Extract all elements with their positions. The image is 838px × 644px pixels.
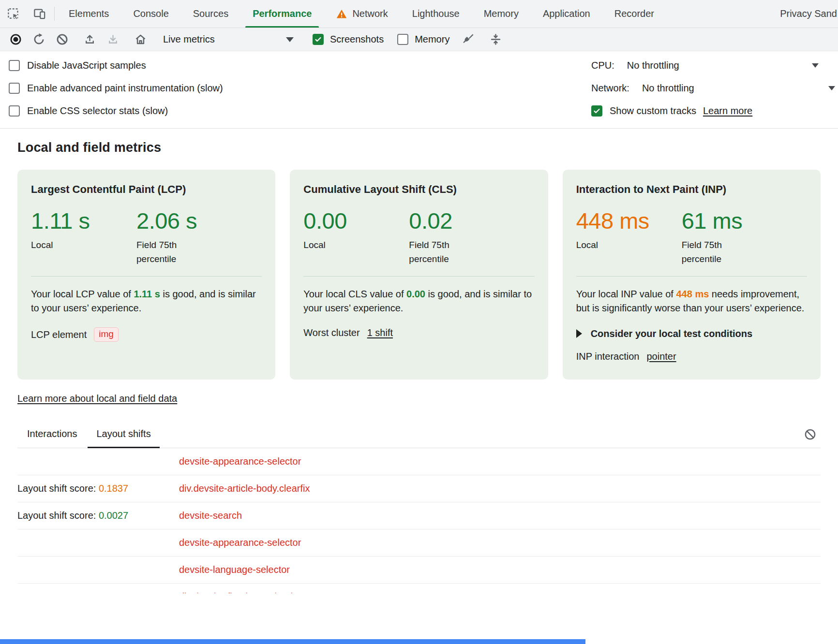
screenshots-label: Screenshots (330, 34, 384, 45)
show-custom-tracks-row: Show custom tracks Learn more (591, 100, 829, 122)
capture-settings-left: Disable JavaScript samples Enable advanc… (9, 54, 591, 122)
worst-cluster-label: Worst cluster (303, 327, 359, 338)
block-icon (804, 428, 817, 441)
network-throttling-select[interactable]: Network: No throttling (591, 77, 829, 100)
live-metrics-home-button[interactable] (129, 30, 152, 49)
checkbox-label: Enable advanced paint instrumentation (s… (27, 83, 223, 94)
throttling-settings: CPU: No throttling Network: No throttlin… (591, 54, 829, 122)
inspect-cursor-icon (7, 7, 20, 20)
tab-sources[interactable]: Sources (181, 0, 240, 28)
table-row: devsite-appearance-selector (17, 529, 821, 556)
tab-label: Privacy Sand (780, 8, 837, 19)
collect-garbage-button[interactable] (456, 30, 479, 49)
shift-element-link[interactable]: devsite-appearance-selector (179, 456, 301, 467)
table-row: Layout shift score: 0.0027 devsite-searc… (17, 502, 821, 529)
custom-tracks-learn-more-link[interactable]: Learn more (703, 105, 752, 117)
cpu-throttling-select[interactable]: CPU: No throttling (591, 54, 829, 77)
cpu-label: CPU: (591, 60, 614, 71)
inspect-element-button[interactable] (0, 0, 26, 28)
field-value: 61 ms (682, 209, 807, 232)
record-button[interactable] (4, 30, 27, 49)
tab-lighthouse[interactable]: Lighthouse (400, 0, 472, 28)
tab-layout-shifts[interactable]: Layout shifts (87, 421, 160, 448)
learn-more-local-field-link[interactable]: Learn more about local and field data (17, 393, 177, 404)
local-value-block: 448 ms Local (576, 209, 682, 266)
inp-card: Interaction to Next Paint (INP) 448 ms L… (563, 170, 821, 380)
checkbox-label: Enable CSS selector stats (slow) (27, 105, 168, 117)
divider (303, 276, 534, 277)
field-value-block: 2.06 s Field 75th percentile (136, 209, 262, 266)
reload-icon (32, 33, 45, 46)
divider (31, 276, 262, 277)
save-profile-button[interactable] (101, 30, 124, 49)
inp-interaction-link[interactable]: pointer (646, 351, 676, 362)
shift-element-link[interactable]: div.devsite-article-body.clearfix (179, 483, 310, 494)
checkbox-label: Disable JavaScript samples (27, 60, 146, 71)
clear-button[interactable] (50, 30, 74, 49)
clear-log-button[interactable] (799, 424, 821, 445)
card-title: Cumulative Layout Shift (CLS) (303, 183, 534, 196)
lcp-element-node-badge[interactable]: img (94, 327, 119, 342)
tab-memory[interactable]: Memory (472, 0, 531, 28)
shift-element-link[interactable]: div.devsite-floating-action-buttons (179, 591, 322, 593)
performance-toolbar: Live metrics Screenshots Memory (0, 28, 838, 51)
local-value-block: 0.00 Local (303, 209, 409, 266)
worst-cluster-link[interactable]: 1 shift (367, 327, 393, 338)
card-values: 448 ms Local 61 ms Field 75th percentile (576, 209, 807, 266)
local-test-conditions-expander[interactable]: Consider your local test conditions (576, 328, 807, 339)
tab-label: Recorder (614, 8, 654, 19)
tab-label: Memory (484, 8, 519, 19)
tab-label: Sources (193, 8, 228, 19)
checkbox-checked-icon (313, 34, 324, 45)
field-value: 2.06 s (136, 209, 262, 232)
shift-element-link[interactable]: devsite-appearance-selector (179, 537, 301, 548)
tab-interactions[interactable]: Interactions (17, 421, 87, 448)
tab-application[interactable]: Application (531, 0, 602, 28)
lcp-element-label: LCP element (31, 329, 87, 340)
record-and-reload-button[interactable] (27, 30, 50, 49)
local-value: 1.11 s (31, 209, 136, 232)
broom-icon (462, 33, 475, 46)
checkbox-unchecked-icon (9, 105, 20, 117)
chevron-down-icon (286, 37, 294, 42)
shift-element-link[interactable]: devsite-search (179, 510, 242, 521)
history-dropdown[interactable]: Live metrics (156, 30, 301, 49)
css-selector-stats-checkbox[interactable]: Enable CSS selector stats (slow) (9, 100, 591, 122)
description-value: 448 ms (676, 289, 709, 299)
cls-card: Cumulative Layout Shift (CLS) 0.00 Local… (290, 170, 548, 380)
local-value: 0.00 (303, 209, 409, 232)
log-tabs: Interactions Layout shifts (17, 421, 821, 448)
download-icon (106, 33, 120, 46)
card-values: 1.11 s Local 2.06 s Field 75th percentil… (31, 209, 262, 266)
tab-network[interactable]: Network (324, 0, 400, 28)
tab-label: Application (543, 8, 590, 19)
tab-elements[interactable]: Elements (57, 0, 121, 28)
inp-interaction-row: INP interaction pointer (576, 351, 807, 362)
tab-privacy-sandbox[interactable]: Privacy Sand (768, 0, 838, 28)
screenshots-checkbox[interactable]: Screenshots (306, 34, 390, 45)
shift-score-cell: Layout shift score: 0.1837 (17, 483, 179, 494)
description-value: 1.11 s (134, 289, 160, 299)
bottom-blue-bar (0, 639, 585, 644)
collapse-icon (489, 33, 502, 46)
metric-cards: Largest Contentful Paint (LCP) 1.11 s Lo… (17, 170, 821, 380)
shift-element-link[interactable]: devsite-language-selector (179, 564, 290, 575)
card-description: Your local LCP value of 1.11 s is good, … (31, 287, 262, 316)
show-custom-tracks-checkbox[interactable]: Show custom tracks (591, 105, 696, 117)
memory-checkbox[interactable]: Memory (390, 34, 456, 45)
load-profile-button[interactable] (78, 30, 101, 49)
advanced-paint-checkbox[interactable]: Enable advanced paint instrumentation (s… (9, 77, 591, 100)
page-title: Local and field metrics (17, 140, 821, 155)
tab-console[interactable]: Console (121, 0, 180, 28)
live-metrics-view: Local and field metrics Largest Contentf… (0, 129, 838, 593)
network-label: Network: (591, 83, 629, 94)
tab-recorder[interactable]: Recorder (602, 0, 666, 28)
expander-label: Consider your local test conditions (591, 328, 753, 339)
device-toolbar-button[interactable] (26, 0, 52, 28)
tab-performance[interactable]: Performance (240, 0, 324, 28)
tab-label: Elements (69, 8, 109, 19)
disable-js-samples-checkbox[interactable]: Disable JavaScript samples (9, 54, 591, 77)
collapse-tracks-button[interactable] (484, 30, 507, 49)
checkbox-label: Show custom tracks (610, 105, 696, 117)
shift-score-value: 0.1837 (99, 483, 128, 494)
